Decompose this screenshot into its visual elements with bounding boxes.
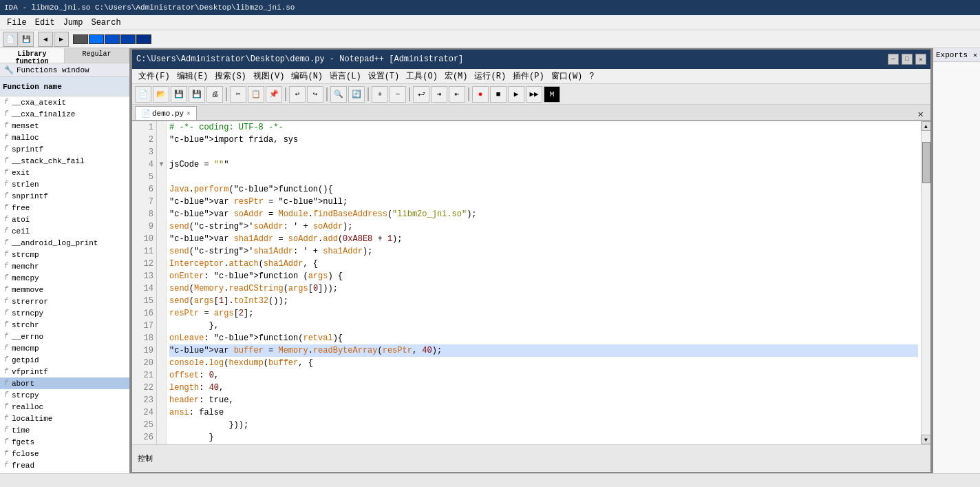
func-list[interactable]: f__cxa_atexitf__cxa_finalizefmemsetfmall… [0,96,129,473]
code-area[interactable]: # -*- coding: UTF-8 -*-"c-blue">import f… [167,121,921,444]
func-list-item[interactable]: fstrlen [0,178,129,190]
func-list-item[interactable]: fstrerror [0,296,129,307]
npp-saveall-btn[interactable]: 💾 [189,86,205,103]
func-list-item[interactable]: f__stack_chk_fail [0,155,129,167]
func-list-item[interactable]: fceil [0,225,129,237]
npp-undo-btn[interactable]: ↩ [289,86,306,103]
npp-menu-3[interactable]: 视图(V) [250,69,288,83]
menu-jump[interactable]: Jump [59,17,87,29]
toolbar-color-3[interactable] [105,34,120,44]
toolbar-btn-2[interactable]: 💾 [19,32,34,47]
npp-menu-6[interactable]: 设置(T) [365,69,403,83]
toolbar-color-4[interactable] [120,34,136,44]
tab-library-function[interactable]: Library function [0,48,65,63]
scroll-up-arrow[interactable]: ▲ [922,121,931,131]
func-list-item[interactable]: f__cxa_atexit [0,96,129,108]
npp-wrap-btn[interactable]: ⮐ [413,86,429,103]
npp-find-btn[interactable]: 🔍 [330,86,347,103]
func-list-item[interactable]: fvfprintf [0,366,129,377]
npp-macro-run-btn[interactable]: ▶▶ [526,86,542,103]
npp-menu-5[interactable]: 语言(L) [326,69,365,83]
func-list-item[interactable]: fmalloc [0,132,129,143]
func-list-item[interactable]: fstrncpy [0,307,129,319]
npp-menu-12[interactable]: ? [586,70,597,83]
npp-close-btn[interactable]: ✕ [915,54,926,65]
func-list-item[interactable]: f__android_log_print [0,237,129,249]
npp-menu-4[interactable]: 编码(N) [288,69,326,83]
scroll-down-arrow[interactable]: ▼ [922,435,931,444]
npp-print-btn[interactable]: 🖨 [206,86,223,103]
npp-tab-close-icon[interactable]: ✕ [187,110,190,117]
npp-x-btn[interactable]: ✕ [914,108,928,120]
ida-titlebar: IDA - libm2o_jni.so C:\Users\Administrat… [0,0,980,15]
npp-menu-1[interactable]: 编辑(E) [173,69,212,83]
npp-save-btn[interactable]: 💾 [171,86,187,103]
line-numbers: 1234567891011121314151617181920212223242… [132,121,157,444]
npp-minimize-btn[interactable]: ─ [888,54,899,65]
npp-cut-btn[interactable]: ✂ [230,86,246,103]
menu-file[interactable]: File [3,17,31,29]
func-name: realloc [12,403,43,411]
func-list-item[interactable]: fatoi [0,214,129,225]
toolbar-btn-4[interactable]: ▶ [54,32,69,47]
func-list-item[interactable]: flocaltime [0,413,129,424]
func-list-item[interactable]: fmemcpy [0,272,129,284]
tab-regular[interactable]: Regular [65,48,129,63]
npp-macro-save-btn[interactable]: M [544,86,560,103]
func-list-item[interactable]: fsnprintf [0,190,129,202]
fold-marker[interactable]: ▼ [157,158,166,171]
npp-redo-btn[interactable]: ↪ [307,86,323,103]
scrollbar-vertical[interactable]: ▲ ▼ [921,121,930,444]
npp-menu-0[interactable]: 文件(F) [135,69,173,83]
npp-zoom-in-btn[interactable]: + [372,86,388,103]
exports-close-icon[interactable]: ✕ [973,51,977,59]
npp-macro-rec-btn[interactable]: ● [472,86,489,103]
func-list-item[interactable]: ffree [0,202,129,214]
code-line: "c-blue">var resPtr = "c-blue">null; [169,196,918,208]
toolbar-color-5[interactable] [136,34,151,44]
menu-edit[interactable]: Edit [31,17,59,29]
toolbar-btn-1[interactable]: 📄 [3,32,18,47]
npp-maximize-btn[interactable]: □ [902,54,913,65]
func-list-item[interactable]: ffread [0,459,129,471]
menu-search[interactable]: Search [87,17,125,29]
func-list-item[interactable]: fstrcpy [0,389,129,401]
npp-replace-btn[interactable]: 🔄 [348,86,365,103]
npp-menu-11[interactable]: 窗口(W) [548,69,586,83]
func-list-item[interactable]: fsprintf [0,143,129,155]
func-list-item[interactable]: ffclose [0,448,129,459]
npp-unindent-btn[interactable]: ⇤ [449,86,465,103]
toolbar-color-2[interactable] [89,34,104,44]
func-list-item[interactable]: fgetpid [0,354,129,366]
toolbar-color-1[interactable] [73,34,88,44]
npp-tab-demo[interactable]: 📄 demo.py ✕ [135,106,197,120]
npp-macro-stop-btn[interactable]: ■ [490,86,507,103]
func-list-item[interactable]: fstrchr [0,319,129,331]
npp-menu-8[interactable]: 宏(M) [441,69,471,83]
func-list-item[interactable]: fmemcmp [0,342,129,354]
func-list-item[interactable]: frealloc [0,401,129,413]
func-list-item[interactable]: ftime [0,424,129,436]
func-list-item[interactable]: fmemset [0,120,129,132]
func-list-item[interactable]: fstrcmp [0,249,129,260]
npp-new-btn[interactable]: 📄 [135,86,151,103]
func-list-item[interactable]: fmemchr [0,260,129,272]
func-list-item[interactable]: ffgets [0,436,129,448]
npp-open-btn[interactable]: 📂 [153,86,169,103]
npp-menu-9[interactable]: 运行(R) [471,69,509,83]
npp-menu-7[interactable]: 工具(O) [403,69,441,83]
npp-menu-2[interactable]: 搜索(S) [211,69,250,83]
npp-copy-btn[interactable]: 📋 [248,86,264,103]
func-list-item[interactable]: fabort [0,377,129,389]
npp-indent-btn[interactable]: ⇥ [431,86,447,103]
func-list-item[interactable]: f__cxa_finalize [0,108,129,120]
func-list-item[interactable]: f__errno [0,331,129,342]
npp-macro-play-btn[interactable]: ▶ [508,86,524,103]
npp-menu-10[interactable]: 插件(P) [509,69,548,83]
func-list-item[interactable]: fmemmove [0,284,129,296]
npp-paste-btn[interactable]: 📌 [266,86,282,103]
func-list-item[interactable]: fexit [0,167,129,178]
npp-zoom-out-btn[interactable]: − [390,86,406,103]
scroll-thumb[interactable] [922,142,930,183]
toolbar-btn-3[interactable]: ◀ [38,32,53,47]
